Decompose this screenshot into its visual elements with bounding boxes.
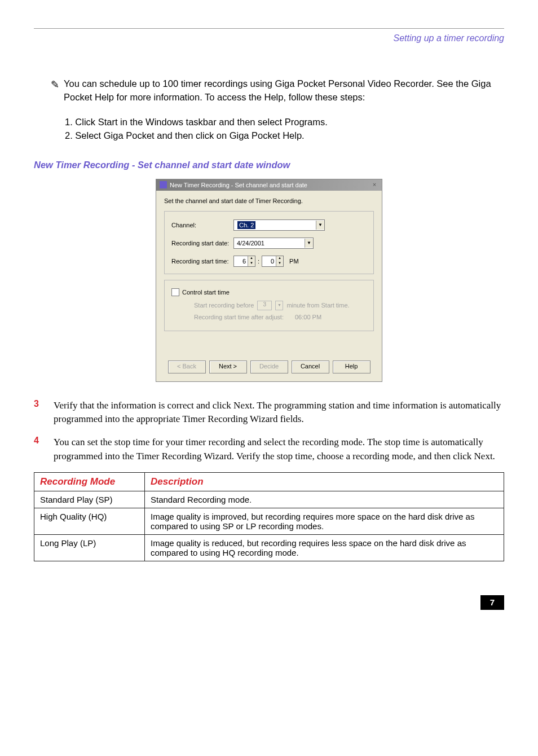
close-icon[interactable]: × — [371, 181, 378, 189]
back-button: < Back — [168, 361, 206, 373]
timer-recording-dialog: New Timer Recording - Set channel and st… — [156, 179, 382, 382]
hour-value: 6 — [234, 258, 248, 265]
help-button[interactable]: Help — [333, 361, 371, 373]
header-divider — [34, 28, 504, 29]
channel-dropdown[interactable]: Ch. 2 ▼ — [233, 219, 325, 231]
dialog-instruction: Set the channel and start date of Timer … — [164, 197, 374, 204]
step-number-3: 3 — [34, 399, 54, 427]
chevron-down-icon[interactable]: ▼ — [316, 221, 324, 230]
spinner-up-icon[interactable]: ▲ — [276, 256, 283, 261]
start-time-label: Recording start time: — [171, 258, 233, 265]
start-before-label: Start recording before — [194, 302, 254, 309]
hour-spinner[interactable]: 6 ▲ ▼ — [233, 256, 255, 267]
start-date-dropdown[interactable]: 4/24/2001 ▼ — [233, 238, 314, 249]
spinner-up-icon[interactable]: ▲ — [248, 256, 255, 261]
desc-cell: Standard Recording mode. — [145, 491, 504, 508]
step-3-text: Verify that the information is correct a… — [54, 399, 504, 427]
col-recording-mode: Recording Mode — [34, 473, 145, 491]
after-adjust-label: Recording start time after adjust: — [194, 314, 284, 320]
start-date-label: Recording start date: — [171, 240, 233, 247]
dialog-title: New Timer Recording - Set channel and st… — [170, 182, 307, 188]
channel-date-group: Channel: Ch. 2 ▼ Recording start date: 4… — [164, 211, 374, 274]
time-separator: : — [258, 258, 259, 265]
step-number-4: 4 — [34, 436, 54, 463]
note-step-2: 2. Select Giga Pocket and then click on … — [65, 129, 504, 143]
next-button[interactable]: Next > — [209, 361, 247, 373]
start-date-value: 4/24/2001 — [234, 240, 305, 247]
channel-label: Channel: — [171, 222, 233, 228]
cancel-button[interactable]: Cancel — [292, 361, 329, 373]
mode-cell: Standard Play (SP) — [34, 491, 145, 508]
table-header-row: Recording Mode Description — [34, 473, 504, 491]
decide-button: Decide — [250, 361, 288, 373]
ampm-label: PM — [289, 258, 299, 265]
control-start-label: Control start time — [182, 289, 230, 296]
col-description: Description — [145, 473, 504, 491]
minute-spinner[interactable]: 0 ▲ ▼ — [262, 256, 284, 267]
mode-cell: Long Play (LP) — [34, 535, 145, 561]
chevron-down-icon: ▼ — [275, 301, 283, 310]
note-step-1: 1. Click Start in the Windows taskbar an… — [65, 116, 504, 129]
table-row: High Quality (HQ) Image quality is impro… — [34, 508, 504, 535]
dialog-titlebar: New Timer Recording - Set channel and st… — [156, 179, 382, 191]
app-icon — [160, 181, 167, 188]
section-heading: New Timer Recording - Set channel and st… — [34, 160, 504, 170]
table-row: Standard Play (SP) Standard Recording mo… — [34, 491, 504, 508]
step-4-text: You can set the stop time for your timer… — [54, 436, 504, 463]
table-row: Long Play (LP) Image quality is reduced,… — [34, 535, 504, 561]
chevron-down-icon[interactable]: ▼ — [305, 239, 313, 248]
after-adjust-value: 06:00 PM — [295, 314, 321, 320]
note-text: You can schedule up to 100 timer recordi… — [64, 77, 504, 104]
start-before-suffix: minute from Start time. — [286, 302, 349, 309]
desc-cell: Image quality is reduced, but recording … — [145, 535, 504, 561]
start-before-value: 3 — [257, 301, 272, 310]
channel-value: Ch. 2 — [237, 221, 255, 229]
mode-cell: High Quality (HQ) — [34, 508, 145, 535]
control-start-group: Control start time Start recording befor… — [164, 280, 374, 331]
page-number: 7 — [480, 595, 504, 610]
recording-mode-table: Recording Mode Description Standard Play… — [34, 472, 504, 561]
spinner-down-icon[interactable]: ▼ — [248, 261, 255, 266]
spinner-down-icon[interactable]: ▼ — [276, 261, 283, 266]
control-start-checkbox[interactable] — [171, 288, 179, 296]
desc-cell: Image quality is improved, but recording… — [145, 508, 504, 535]
note-icon: ✎ — [51, 78, 59, 91]
breadcrumb: Setting up a timer recording — [34, 33, 504, 43]
minute-value: 0 — [262, 258, 276, 265]
